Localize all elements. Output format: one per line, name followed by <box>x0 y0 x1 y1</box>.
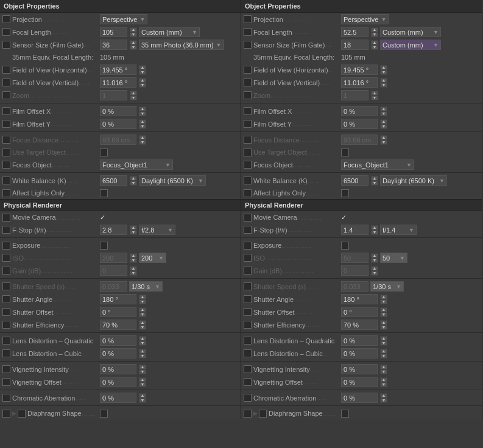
lens-dist-cubic-checkbox[interactable] <box>2 349 10 357</box>
fstop-stepper[interactable]: ▲ ▼ <box>130 225 137 235</box>
sensor-input[interactable] <box>100 40 127 50</box>
lens-dist-cubic-stepper[interactable]: ▲ ▼ <box>139 349 146 359</box>
zoom-up[interactable]: ▲ <box>130 91 137 96</box>
r-iso-display-dropdown[interactable]: 50 ▼ <box>380 253 407 263</box>
shutter-offset-input[interactable] <box>100 307 136 317</box>
iso-display-dropdown[interactable]: 200 ▼ <box>139 253 166 263</box>
zoom-input[interactable] <box>100 90 127 100</box>
sensor-stepper[interactable]: ▲ ▼ <box>130 40 137 50</box>
r-vignetting-off-stepper[interactable]: ▲ ▼ <box>380 377 387 387</box>
r-fstop-preset-dropdown[interactable]: f/1.4 ▼ <box>380 225 417 235</box>
fov-v-checkbox[interactable] <box>2 79 10 86</box>
r-film-offset-x-checkbox[interactable] <box>244 107 252 115</box>
r-vignetting-int-stepper[interactable]: ▲ ▼ <box>380 365 387 374</box>
r-shutter-efficiency-checkbox[interactable] <box>244 321 252 329</box>
diaphragm-checkbox[interactable] <box>18 410 26 418</box>
r-focus-object-dropdown[interactable]: Focus_Object1 ▼ <box>341 159 414 170</box>
r-focus-distance-input[interactable] <box>341 135 378 145</box>
white-balance-preset-dropdown[interactable]: Daylight (6500 K) ▼ <box>139 175 206 186</box>
focal-length-input[interactable] <box>100 27 127 37</box>
projection-dropdown[interactable]: Perspective ▼ <box>100 14 147 24</box>
r-affect-lights-value-checkbox[interactable] <box>341 189 349 197</box>
vignetting-off-checkbox[interactable] <box>2 378 10 386</box>
r-projection-checkbox[interactable] <box>244 15 252 23</box>
chrom-ab-checkbox[interactable] <box>2 394 10 402</box>
fov-h-down[interactable]: ▼ <box>139 70 146 75</box>
r-fov-v-checkbox[interactable] <box>244 79 252 86</box>
r-shutter-angle-input[interactable] <box>341 294 378 304</box>
r-lens-dist-cubic-stepper[interactable]: ▲ ▼ <box>380 349 387 359</box>
focus-object-dropdown[interactable]: Focus_Object1 ▼ <box>100 159 173 170</box>
exposure-checkbox[interactable] <box>2 242 10 250</box>
focal-length-stepper[interactable]: ▲ ▼ <box>130 27 137 37</box>
vignetting-off-input[interactable] <box>100 377 136 387</box>
r-shutter-offset-input[interactable] <box>341 307 378 317</box>
r-lens-dist-cubic-checkbox[interactable] <box>244 349 252 357</box>
r-projection-dropdown[interactable]: Perspective ▼ <box>341 14 389 24</box>
r-film-offset-y-input[interactable] <box>341 119 378 129</box>
fov-v-up[interactable]: ▲ <box>139 78 146 83</box>
r-shutter-speed-input[interactable] <box>341 281 368 292</box>
r-focal-length-unit-dropdown[interactable]: Custom (mm) ▼ <box>380 27 441 37</box>
diaphragm-checkbox-outer[interactable] <box>2 410 10 418</box>
r-fstop-checkbox[interactable] <box>244 226 252 234</box>
r-film-offset-x-input[interactable] <box>341 106 378 116</box>
shutter-efficiency-checkbox[interactable] <box>2 321 10 329</box>
focus-distance-checkbox[interactable] <box>2 136 10 144</box>
r-fov-v-stepper[interactable]: ▲ ▼ <box>380 78 387 88</box>
r-fstop-input[interactable] <box>341 225 368 235</box>
fstop-input[interactable] <box>100 225 127 235</box>
r-exposure-value-checkbox[interactable] <box>341 242 349 250</box>
r-sensor-stepper[interactable]: ▲ ▼ <box>371 40 378 50</box>
r-fov-h-stepper[interactable]: ▲ ▼ <box>380 65 387 75</box>
shutter-offset-checkbox[interactable] <box>2 308 10 316</box>
use-target-checkbox[interactable] <box>2 149 10 156</box>
focal-length-unit-dropdown[interactable]: Custom (mm) ▼ <box>139 27 200 37</box>
r-white-balance-stepper[interactable]: ▲ ▼ <box>371 176 378 186</box>
projection-checkbox[interactable] <box>2 15 10 23</box>
shutter-speed-input[interactable] <box>100 281 127 292</box>
iso-stepper[interactable]: ▲ ▼ <box>130 253 137 263</box>
white-balance-input[interactable] <box>100 175 127 186</box>
r-zoom-stepper[interactable]: ▲ ▼ <box>371 91 378 100</box>
r-iso-stepper[interactable]: ▲ ▼ <box>371 253 378 263</box>
r-vignetting-off-checkbox[interactable] <box>244 378 252 386</box>
use-target-value-checkbox[interactable] <box>100 149 108 156</box>
shutter-angle-stepper[interactable]: ▲ ▼ <box>139 295 146 304</box>
r-lens-dist-cubic-input[interactable] <box>341 348 378 359</box>
r-fov-h-input[interactable] <box>341 65 378 75</box>
lens-dist-quad-input[interactable] <box>100 335 136 346</box>
r-film-offset-y-stepper[interactable]: ▲ ▼ <box>380 119 387 129</box>
shutter-speed-preset-dropdown[interactable]: 1/30 s ▼ <box>129 281 163 292</box>
r-gain-checkbox[interactable] <box>244 267 252 275</box>
r-shutter-offset-checkbox[interactable] <box>244 308 252 316</box>
r-iso-checkbox[interactable] <box>244 254 252 262</box>
film-offset-y-input[interactable] <box>100 119 136 129</box>
r-chrom-ab-checkbox[interactable] <box>244 394 252 402</box>
focus-distance-input[interactable] <box>100 135 136 145</box>
fstop-preset-dropdown[interactable]: f/2.8 ▼ <box>139 225 175 235</box>
r-affect-lights-checkbox[interactable] <box>244 189 252 197</box>
r-lens-dist-quad-checkbox[interactable] <box>244 337 252 345</box>
iso-input[interactable] <box>100 253 127 263</box>
sensor-down[interactable]: ▼ <box>130 45 137 50</box>
exposure-value-checkbox[interactable] <box>100 242 108 250</box>
gain-checkbox[interactable] <box>2 267 10 275</box>
vignetting-int-stepper[interactable]: ▲ ▼ <box>139 365 146 374</box>
r-shutter-speed-checkbox[interactable] <box>244 282 252 290</box>
focal-length-down[interactable]: ▼ <box>130 32 137 37</box>
r-zoom-checkbox[interactable] <box>244 91 252 99</box>
r-focus-distance-stepper[interactable]: ▲ ▼ <box>380 135 387 145</box>
zoom-stepper[interactable]: ▲ ▼ <box>130 91 137 100</box>
focus-object-checkbox[interactable] <box>2 161 10 169</box>
shutter-angle-input[interactable] <box>100 294 136 304</box>
r-shutter-angle-checkbox[interactable] <box>244 295 252 303</box>
vignetting-int-input[interactable] <box>100 364 136 374</box>
fov-h-input[interactable] <box>100 65 136 75</box>
r-focus-distance-checkbox[interactable] <box>244 136 252 144</box>
r-use-target-value-checkbox[interactable] <box>341 149 349 156</box>
focal-length-checkbox[interactable] <box>2 28 10 36</box>
r-shutter-efficiency-input[interactable] <box>341 320 378 330</box>
r-focal-length-stepper[interactable]: ▲ ▼ <box>371 27 378 37</box>
shutter-angle-checkbox[interactable] <box>2 295 10 303</box>
